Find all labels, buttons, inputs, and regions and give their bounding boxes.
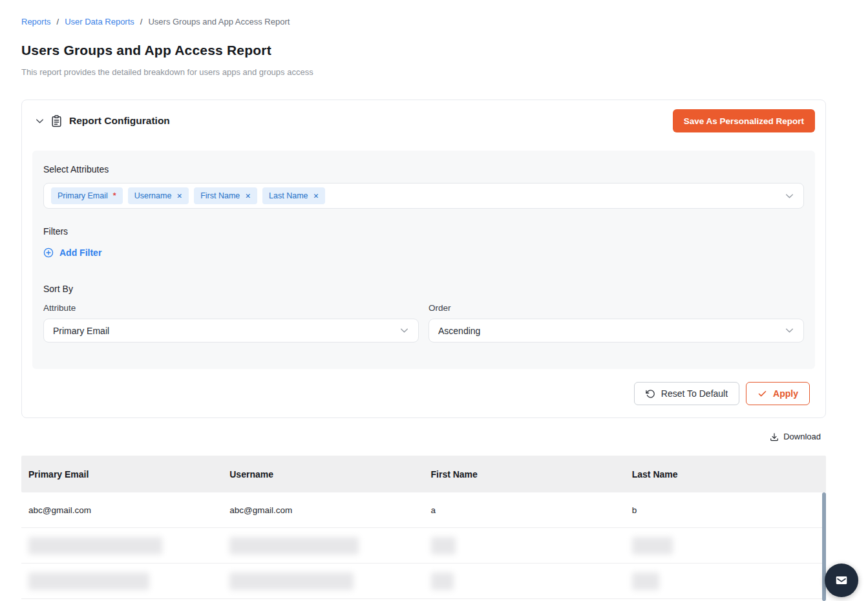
- remove-chip-icon[interactable]: ✕: [245, 193, 251, 200]
- chat-button[interactable]: [825, 564, 858, 597]
- remove-chip-icon[interactable]: ✕: [176, 193, 182, 200]
- attribute-chip: Username✕: [128, 187, 189, 204]
- attribute-chip: Last Name✕: [262, 187, 325, 204]
- sort-by-label: Sort By: [43, 284, 804, 294]
- table-cell: [625, 537, 826, 554]
- attribute-chip-label: Last Name: [269, 191, 308, 200]
- reset-button-label: Reset To Default: [661, 388, 728, 399]
- required-asterisk: *: [113, 191, 116, 200]
- breadcrumb-item: Users Groups and App Access Report: [148, 17, 290, 26]
- breadcrumb-item[interactable]: Reports: [21, 17, 51, 26]
- attribute-chip-label: First Name: [200, 191, 240, 200]
- column-header: Primary Email: [21, 469, 222, 480]
- report-table: Primary EmailUsernameFirst NameLast Name…: [21, 456, 826, 601]
- column-header: Username: [222, 469, 423, 480]
- attribute-chip: First Name✕: [194, 187, 257, 204]
- download-icon: [770, 432, 779, 441]
- rotate-ccw-icon: [646, 389, 655, 399]
- sort-attribute-value: Primary Email: [53, 326, 109, 336]
- redacted-cell-content: [28, 537, 162, 554]
- add-filter-button[interactable]: Add Filter: [43, 248, 101, 258]
- config-panel: Select Attributes Primary Email*Username…: [32, 151, 815, 369]
- redacted-cell-content: [431, 573, 454, 590]
- breadcrumb-item[interactable]: User Data Reports: [65, 17, 134, 26]
- filters-label: Filters: [43, 226, 804, 237]
- table-cell: [222, 537, 423, 554]
- order-field-label: Order: [429, 303, 804, 313]
- table-cell: b: [625, 505, 826, 515]
- card-header: Report Configuration Save As Personalize…: [22, 100, 825, 142]
- redacted-cell-content: [229, 537, 359, 554]
- table-cell: [21, 573, 222, 590]
- page-subtitle: This report provides the detailed breakd…: [21, 67, 313, 77]
- table-cell: abc@gmail.com: [222, 505, 423, 515]
- redacted-cell-content: [229, 573, 354, 590]
- clipboard-icon: [51, 115, 62, 127]
- redacted-cell-content: [28, 573, 149, 590]
- chevron-down-icon: [399, 326, 409, 335]
- reset-to-default-button[interactable]: Reset To Default: [634, 382, 739, 405]
- breadcrumb: Reports/User Data Reports/Users Groups a…: [21, 17, 290, 26]
- table-header-row: Primary EmailUsernameFirst NameLast Name: [21, 456, 826, 492]
- table-body: abc@gmail.comabc@gmail.comab: [21, 492, 826, 599]
- save-as-personalized-report-button[interactable]: Save As Personalized Report: [673, 109, 815, 132]
- card-footer: Reset To Default Apply: [634, 382, 810, 405]
- attribute-chip-label: Username: [134, 191, 172, 200]
- table-row: [21, 564, 826, 599]
- table-cell: a: [424, 505, 625, 515]
- column-header: Last Name: [625, 469, 826, 480]
- redacted-cell-content: [632, 573, 659, 590]
- breadcrumb-separator: /: [140, 17, 143, 26]
- column-header: First Name: [424, 469, 625, 480]
- table-cell: [222, 573, 423, 590]
- apply-button-label: Apply: [773, 388, 798, 399]
- plus-circle-icon: [43, 248, 54, 258]
- collapse-chevron-icon[interactable]: [32, 114, 47, 128]
- chevron-down-icon[interactable]: [785, 191, 794, 201]
- attributes-multiselect[interactable]: Primary Email*Username✕First Name✕Last N…: [43, 183, 804, 209]
- sort-order-value: Ascending: [438, 326, 480, 336]
- sort-order-select[interactable]: Ascending: [429, 319, 804, 343]
- table-cell: [625, 573, 826, 590]
- select-attributes-label: Select Attributes: [43, 164, 804, 174]
- download-button[interactable]: Download: [770, 432, 821, 441]
- redacted-cell-content: [632, 537, 673, 554]
- page-title: Users Groups and App Access Report: [21, 43, 271, 58]
- attributes-chip-list: Primary Email*Username✕First Name✕Last N…: [46, 187, 325, 204]
- table-cell: abc@gmail.com: [21, 505, 222, 515]
- table-row: [21, 528, 826, 564]
- card-title: Report Configuration: [69, 115, 170, 127]
- sort-row: Attribute Primary Email Order Ascending: [43, 303, 804, 343]
- attribute-field-label: Attribute: [43, 303, 419, 313]
- check-icon: [757, 389, 767, 399]
- redacted-cell-content: [431, 537, 456, 554]
- attribute-chip: Primary Email*: [51, 187, 123, 204]
- envelope-icon: [834, 573, 849, 587]
- breadcrumb-separator: /: [57, 17, 59, 26]
- sort-attribute-select[interactable]: Primary Email: [43, 319, 419, 343]
- report-configuration-card: Report Configuration Save As Personalize…: [21, 100, 826, 418]
- attribute-chip-label: Primary Email: [58, 191, 108, 200]
- table-cell: [424, 537, 625, 554]
- chevron-down-icon: [785, 326, 794, 335]
- download-label: Download: [783, 432, 821, 441]
- table-row: abc@gmail.comabc@gmail.comab: [21, 492, 826, 528]
- add-filter-label: Add Filter: [59, 248, 101, 258]
- remove-chip-icon[interactable]: ✕: [313, 193, 319, 200]
- table-cell: [21, 537, 222, 554]
- table-cell: [424, 573, 625, 590]
- apply-button[interactable]: Apply: [746, 382, 810, 405]
